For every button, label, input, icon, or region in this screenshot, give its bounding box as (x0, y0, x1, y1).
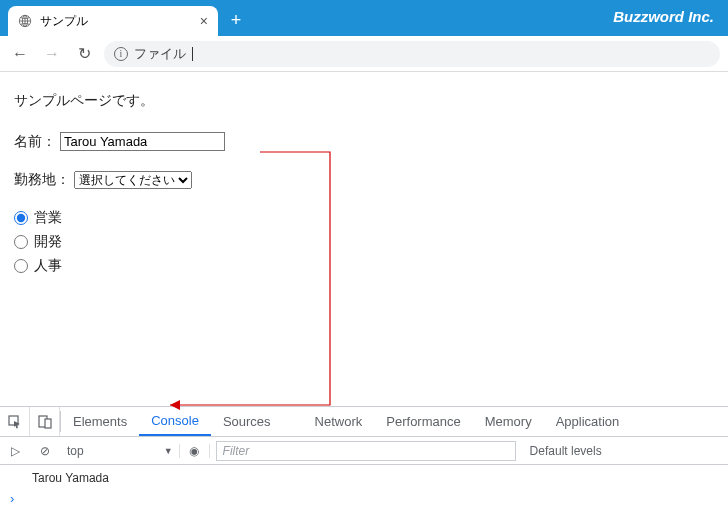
play-icon[interactable]: ▷ (0, 444, 30, 458)
radio-dev[interactable]: 開発 (14, 233, 714, 251)
live-expression-icon[interactable]: ◉ (180, 444, 210, 458)
tab-elements[interactable]: Elements (61, 407, 139, 436)
close-icon[interactable]: × (200, 13, 208, 29)
intro-text: サンプルページです。 (14, 92, 714, 110)
radio-hr[interactable]: 人事 (14, 257, 714, 275)
location-row: 勤務地： 選択してください (14, 171, 714, 189)
address-bar[interactable]: i ファイル (104, 41, 720, 67)
tab-memory[interactable]: Memory (473, 407, 544, 436)
console-log-line: Tarou Yamada (0, 469, 728, 489)
name-label: 名前： (14, 133, 56, 151)
tab-sources[interactable]: Sources (211, 407, 283, 436)
console-output: Tarou Yamada › (0, 465, 728, 520)
chevron-down-icon: ▼ (164, 446, 173, 456)
location-select[interactable]: 選択してください (74, 171, 192, 189)
dept-radio-group: 営業 開発 人事 (14, 209, 714, 275)
devtools-tabs: Elements Console Sources Network Perform… (0, 407, 728, 437)
forward-button[interactable]: → (40, 42, 64, 66)
text-cursor (192, 47, 193, 61)
tab-console[interactable]: Console (139, 407, 211, 436)
back-button[interactable]: ← (8, 42, 32, 66)
url-text: ファイル (134, 45, 186, 63)
browser-tab[interactable]: サンプル × (8, 6, 218, 36)
device-icon[interactable] (30, 407, 60, 436)
log-levels[interactable]: Default levels (522, 444, 610, 458)
clear-icon[interactable]: ⊘ (30, 444, 60, 458)
filter-input[interactable]: Filter (216, 441, 516, 461)
devtools-panel: Elements Console Sources Network Perform… (0, 406, 728, 520)
page-content: サンプルページです。 名前： 勤務地： 選択してください 営業 開発 人事 (0, 72, 728, 362)
info-icon[interactable]: i (114, 47, 128, 61)
tab-performance[interactable]: Performance (374, 407, 472, 436)
inspect-icon[interactable] (0, 407, 30, 436)
tab-application[interactable]: Application (544, 407, 632, 436)
reload-button[interactable]: ↻ (72, 42, 96, 66)
name-row: 名前： (14, 132, 714, 151)
console-toolbar: ▷ ⊘ top ▼ ◉ Filter Default levels (0, 437, 728, 465)
browser-toolbar: ← → ↻ i ファイル (0, 36, 728, 72)
globe-icon (18, 14, 32, 28)
brand-label: Buzzword Inc. (613, 8, 714, 25)
name-input[interactable] (60, 132, 225, 151)
radio-sales[interactable]: 営業 (14, 209, 714, 227)
location-label: 勤務地： (14, 171, 70, 189)
svg-rect-4 (45, 419, 51, 428)
console-prompt[interactable]: › (0, 489, 728, 508)
context-selector[interactable]: top ▼ (61, 444, 180, 458)
tab-title: サンプル (40, 13, 88, 30)
browser-tab-strip: サンプル × + Buzzword Inc. (0, 0, 728, 36)
tab-network[interactable]: Network (303, 407, 375, 436)
new-tab-button[interactable]: + (222, 6, 250, 34)
